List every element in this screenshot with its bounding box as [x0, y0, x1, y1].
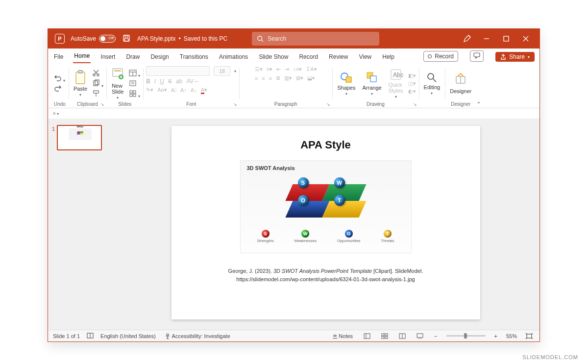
tab-slideshow[interactable]: Slide Show — [258, 51, 289, 63]
underline-button[interactable]: U — [160, 78, 164, 85]
align-text-button[interactable]: ⊞▾ — [296, 75, 303, 81]
shape-effects-button[interactable]: ◐▾ — [408, 88, 416, 95]
change-case-button[interactable]: Aa▾ — [157, 87, 167, 93]
strikethrough-button[interactable]: S — [168, 78, 172, 85]
bullets-button[interactable]: ☰▾ — [255, 66, 263, 73]
clear-format-button[interactable]: A⃠ — [171, 87, 176, 93]
tab-design[interactable]: Design — [149, 51, 170, 63]
reading-view-button[interactable] — [397, 332, 408, 340]
columns-button[interactable]: ▥▾ — [284, 75, 292, 81]
quick-styles-button[interactable]: Abc Quick Styles▾ — [387, 67, 405, 100]
dialog-launcher-icon[interactable]: ↘ — [413, 102, 417, 107]
record-button[interactable]: Record — [423, 51, 458, 62]
shape-outline-button[interactable]: ◫▾ — [408, 80, 416, 87]
slide-thumbnail-1[interactable]: APA Style — [57, 125, 102, 150]
svg-point-34 — [428, 73, 434, 79]
paste-button[interactable]: Paste▾ — [72, 69, 89, 98]
character-spacing-button[interactable]: AV↔ — [186, 78, 199, 85]
arrange-button[interactable]: Arrange▾ — [360, 70, 383, 97]
highlight-button[interactable]: ✎▾ — [146, 87, 153, 93]
toggle-switch-icon[interactable]: Off — [99, 35, 116, 43]
tab-draw[interactable]: Draw — [125, 51, 141, 63]
shrink-font-button[interactable]: A↓ — [191, 87, 197, 93]
layout-icon[interactable]: ▾ — [129, 69, 140, 78]
grow-font-button[interactable]: A↑ — [180, 87, 187, 93]
slide-thumbnails-panel[interactable]: 1 APA Style — [48, 119, 112, 330]
normal-view-button[interactable] — [362, 332, 372, 340]
justify-button[interactable]: ≣ — [276, 75, 280, 81]
tab-file[interactable]: File — [53, 51, 64, 63]
zoom-out-button[interactable]: − — [432, 332, 439, 340]
tab-transitions[interactable]: Transitions — [179, 51, 209, 63]
notes-button[interactable]: ≐ Notes — [331, 332, 355, 340]
indent-increase-button[interactable]: ⇥ — [285, 66, 289, 73]
language-status[interactable]: English (United States) — [100, 333, 156, 339]
search-input[interactable] — [268, 35, 374, 42]
swot-card-title: 3D SWOT Analysis — [247, 165, 405, 171]
zoom-percentage[interactable]: 55% — [506, 333, 517, 339]
text-direction-button[interactable]: ↧A▾ — [306, 66, 317, 73]
tab-record[interactable]: Record — [298, 51, 319, 63]
font-family-combo[interactable] — [146, 66, 210, 76]
dialog-launcher-icon[interactable]: ↘ — [326, 102, 330, 107]
accessibility-icon — [165, 333, 171, 339]
close-button[interactable] — [516, 29, 536, 49]
svg-rect-29 — [346, 77, 351, 82]
indent-decrease-button[interactable]: ⇤ — [276, 66, 281, 73]
document-title[interactable]: APA Style.pptx • Saved to this PC ▾ — [137, 35, 232, 42]
italic-button[interactable]: I — [154, 78, 156, 85]
search-box[interactable] — [252, 32, 379, 46]
tab-review[interactable]: Review — [328, 51, 349, 63]
undo-icon[interactable]: ▾ — [54, 74, 65, 83]
svg-rect-26 — [130, 94, 132, 97]
tab-insert[interactable]: Insert — [99, 51, 116, 63]
slide-canvas-area[interactable]: APA Style 3D SWOT Analysis S W O T SSt — [112, 119, 539, 330]
font-color-button[interactable]: A▾ — [201, 87, 207, 93]
format-painter-icon[interactable] — [92, 90, 100, 98]
font-size-combo[interactable]: 18 — [214, 66, 230, 76]
zoom-slider[interactable] — [446, 335, 486, 337]
section-icon[interactable]: ▾ — [129, 90, 140, 98]
new-slide-button[interactable]: New Slide▾ — [109, 66, 126, 101]
show-notes-icon[interactable] — [87, 333, 94, 340]
bold-button[interactable]: B — [146, 78, 150, 85]
pen-icon[interactable] — [457, 29, 477, 49]
tab-home[interactable]: Home — [73, 50, 91, 63]
copy-icon[interactable]: ▾ — [92, 79, 103, 88]
minimize-button[interactable] — [477, 29, 496, 49]
shape-fill-button[interactable]: ◧▾ — [408, 73, 416, 79]
redo-icon[interactable] — [54, 84, 62, 93]
zoom-in-button[interactable]: + — [492, 332, 499, 340]
dialog-launcher-icon[interactable]: ↘ — [233, 102, 237, 107]
save-icon[interactable] — [122, 34, 130, 44]
shadow-button[interactable]: ab — [176, 78, 182, 85]
share-button[interactable]: Share▾ — [495, 52, 535, 62]
comments-button[interactable] — [470, 50, 484, 62]
ribbon-collapse-button[interactable]: ⌄ — [476, 65, 484, 108]
designer-icon — [455, 73, 466, 87]
align-left-button[interactable]: ≡ — [255, 75, 258, 81]
slide-sorter-button[interactable] — [379, 332, 390, 340]
dialog-launcher-icon[interactable]: ↘ — [100, 102, 104, 107]
slideshow-view-button[interactable] — [415, 332, 425, 340]
designer-button[interactable]: Designer — [448, 73, 473, 95]
cut-icon[interactable] — [92, 69, 100, 78]
slide-counter[interactable]: Slide 1 of 1 — [53, 333, 80, 339]
numbering-button[interactable]: ≡▾ — [267, 66, 272, 73]
editing-button[interactable]: Editing▾ — [422, 71, 442, 97]
convert-smartart-button[interactable]: ⬓▾ — [307, 75, 315, 81]
tab-animations[interactable]: Animations — [218, 51, 249, 63]
line-spacing-button[interactable]: ↕≡▾ — [293, 66, 302, 73]
maximize-button[interactable] — [496, 29, 516, 49]
reset-icon[interactable] — [129, 79, 137, 88]
autosave-toggle[interactable]: AutoSave Off — [71, 35, 116, 43]
tab-view[interactable]: View — [358, 51, 372, 63]
tab-help[interactable]: Help — [381, 51, 395, 63]
shapes-button[interactable]: Shapes▾ — [335, 70, 357, 97]
align-center-button[interactable]: ≡ — [262, 75, 265, 81]
slide[interactable]: APA Style 3D SWOT Analysis S W O T SSt — [172, 126, 480, 319]
customize-qat-icon[interactable]: ≡ ▾ — [53, 111, 59, 116]
align-right-button[interactable]: ≡ — [269, 75, 272, 81]
fit-to-window-button[interactable] — [524, 332, 535, 340]
accessibility-status[interactable]: Accessibility: Investigate — [163, 332, 232, 340]
